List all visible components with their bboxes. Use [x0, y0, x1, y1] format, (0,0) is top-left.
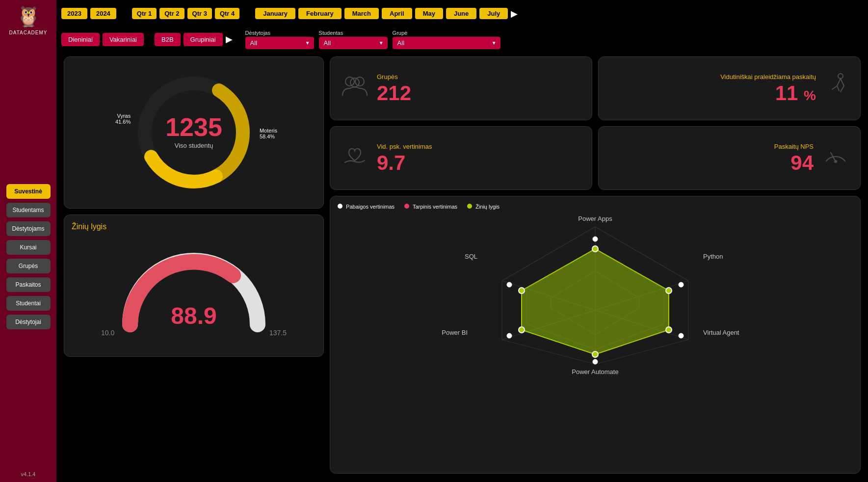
sidebar: 🦉 DATACADEMY Suvestinė Studentams Dėstyt…	[0, 0, 56, 482]
nps-label: Paskaitų NPS	[608, 143, 814, 150]
svg-point-26	[666, 327, 672, 333]
brand-name: DATACADEMY	[9, 30, 48, 35]
type-b2b-button[interactable]: B2B	[155, 33, 181, 46]
studentas-arrow: ▼	[379, 40, 384, 46]
female-pct: 58.4%	[260, 134, 277, 139]
sidebar-item-studentams[interactable]: Studentams	[6, 203, 51, 217]
studentas-filter: Studentas All ▼	[319, 30, 388, 49]
legend-pabaigos: Pabaigos vertinimas	[338, 204, 395, 210]
grupe-label: Grupė	[393, 30, 500, 36]
donut-container: 1235 Viso studentų Vyras 41.6% Moteris 5…	[130, 69, 258, 196]
student-total-value: 1235	[165, 112, 222, 142]
donut-legend-male: Vyras 41.6%	[115, 113, 131, 125]
vertinimas-label: Vid. psk. vertinimas	[377, 143, 582, 150]
svg-point-28	[519, 327, 525, 333]
grupes-content: Grupės 212	[377, 73, 582, 104]
sidebar-item-grupes[interactable]: Grupės	[6, 259, 51, 273]
month-july-button[interactable]: July	[479, 8, 508, 19]
type-vakariniai-button[interactable]: Vakariniai	[103, 33, 144, 46]
svg-point-6	[838, 74, 843, 79]
student-donut-card: 1235 Viso studentų Vyras 41.6% Moteris 5…	[64, 56, 324, 209]
grupe-arrow: ▼	[492, 40, 497, 46]
sidebar-item-paskaitos[interactable]: Paskaitos	[6, 277, 51, 292]
vertinimas-value: 9.7	[377, 153, 582, 173]
svg-text:Power Automate: Power Automate	[572, 368, 618, 375]
svg-text:Virtual Agent: Virtual Agent	[703, 329, 739, 336]
female-label: Moteris	[260, 128, 277, 134]
year-2023-button[interactable]: 2023	[61, 8, 87, 19]
praleidžiama-label: Vidutiniškai praleidžiama paskaitų	[608, 73, 816, 80]
svg-text:Power BI: Power BI	[442, 329, 468, 336]
grupes-label: Grupės	[377, 73, 582, 80]
sidebar-item-suvestine[interactable]: Suvestinė	[6, 184, 51, 199]
type-dieniniai-button[interactable]: Dieniniai	[61, 33, 100, 46]
runner-icon	[823, 72, 850, 105]
qtr4-button[interactable]: Qtr 4	[215, 8, 239, 19]
second-bar: Dieniniai Vakariniai B2B Grupiniai ▶ Dės…	[56, 27, 868, 52]
svg-point-33	[593, 359, 598, 364]
tarpinis-label: Tarpinis vertinimas	[413, 204, 457, 210]
type-next-arrow[interactable]: ▶	[226, 34, 233, 45]
ziniu-label: Žinių lygis	[475, 204, 500, 210]
legend-ziniu: Žinių lygis	[467, 204, 500, 210]
stat-vertinimas: Vid. psk. vertinimas 9.7	[330, 126, 592, 190]
groups-icon	[340, 74, 369, 104]
svg-point-35	[507, 282, 512, 287]
month-next-arrow[interactable]: ▶	[511, 8, 518, 19]
svg-text:Python: Python	[703, 253, 723, 260]
stat-nps: Paskaitų NPS 94	[598, 126, 861, 190]
destytojas-arrow: ▼	[305, 40, 310, 46]
top-bar: 2023 2024 Qtr 1 Qtr 2 Qtr 3 Qtr 4 Januar…	[56, 0, 868, 27]
ziniu-dot	[467, 204, 472, 209]
month-january-button[interactable]: January	[255, 8, 295, 19]
month-february-button[interactable]: February	[298, 8, 342, 19]
donut-legend-female: Moteris 58.4%	[260, 128, 277, 139]
tarpinis-dot	[404, 204, 409, 209]
gauge-min: 10.0	[101, 329, 114, 337]
qtr1-button[interactable]: Qtr 1	[132, 8, 157, 19]
radar-card: Pabaigos vertinimas Tarpinis vertinimas …	[330, 196, 861, 474]
gauge-icon	[821, 142, 850, 174]
studentas-label: Studentas	[319, 30, 388, 36]
student-total-label: Viso studentų	[165, 142, 222, 149]
svg-text:SQL: SQL	[465, 253, 477, 260]
male-label: Vyras	[115, 113, 131, 119]
month-march-button[interactable]: March	[344, 8, 379, 19]
svg-text:Power Apps: Power Apps	[578, 215, 612, 222]
sidebar-item-destytojams[interactable]: Dėstytojams	[6, 221, 51, 236]
gauge-container: 88.9 10.0 137.5	[72, 236, 316, 344]
gauge-title: Žinių lygis	[72, 222, 316, 231]
svg-point-29	[519, 288, 525, 294]
dashboard: 1235 Viso studentų Vyras 41.6% Moteris 5…	[56, 52, 868, 479]
year-2024-button[interactable]: 2024	[90, 8, 116, 19]
sidebar-item-kursai[interactable]: Kursai	[6, 240, 51, 255]
svg-point-25	[666, 288, 672, 294]
month-may-button[interactable]: May	[415, 8, 443, 19]
radar-svg: Power Apps Python Virtual Agent Power Au…	[428, 212, 762, 379]
destytojas-label: Dėstytojas	[245, 30, 314, 36]
stats-grid: Grupės 212 Vidutiniškai praleidžiama pas…	[330, 56, 861, 190]
gauge-card: Žinių lygis 88.9 10.0 137.5	[64, 214, 324, 357]
praleidžiama-content: Vidutiniškai praleidžiama paskaitų 11 %	[608, 73, 816, 104]
qtr3-button[interactable]: Qtr 3	[187, 8, 212, 19]
grupes-value: 212	[377, 83, 582, 104]
sidebar-item-destytojai[interactable]: Dėstytojai	[6, 315, 51, 329]
grupe-filter: Grupė All ▼	[393, 30, 500, 49]
grupe-dropdown[interactable]: All ▼	[393, 37, 500, 49]
filter-group: Dėstytojas All ▼ Studentas All ▼ Grupė A…	[245, 30, 500, 49]
sidebar-item-studentai[interactable]: Studentai	[6, 296, 51, 311]
type-grupiniai-button[interactable]: Grupiniai	[184, 33, 223, 46]
qtr2-button[interactable]: Qtr 2	[159, 8, 184, 19]
radar-svg-container: Power Apps Python Virtual Agent Power Au…	[338, 214, 853, 376]
month-april-button[interactable]: April	[382, 8, 412, 19]
svg-point-8	[834, 160, 837, 163]
studentas-dropdown[interactable]: All ▼	[319, 37, 388, 49]
destytojas-dropdown[interactable]: All ▼	[245, 37, 314, 49]
logo: 🦉 DATACADEMY	[11, 5, 46, 44]
pabaigos-dot	[338, 204, 342, 209]
vertinimas-content: Vid. psk. vertinimas 9.7	[377, 143, 582, 173]
svg-point-27	[592, 351, 598, 357]
male-pct: 41.6%	[115, 119, 131, 125]
svg-point-24	[592, 246, 598, 252]
month-june-button[interactable]: June	[446, 8, 476, 19]
